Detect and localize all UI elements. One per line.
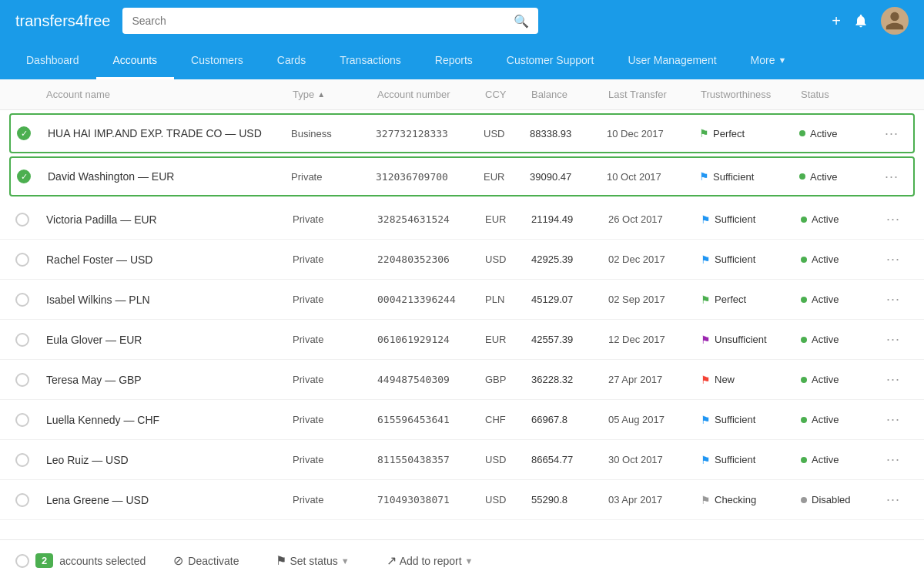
nav-item-dashboard[interactable]: Dashboard xyxy=(9,42,96,79)
row-checkbox[interactable] xyxy=(15,293,29,307)
account-balance: 88338.93 xyxy=(530,128,607,139)
account-balance: 42925.39 xyxy=(531,254,608,265)
nav-item-customers[interactable]: Customers xyxy=(174,42,260,79)
count-badge: 2 xyxy=(35,553,53,566)
account-last-transfer: 02 Dec 2017 xyxy=(608,254,701,265)
table-row[interactable]: ✓ HUA HAI IMP.AND EXP. TRADE CO — USD Bu… xyxy=(9,113,915,153)
row-checkbox[interactable]: ✓ xyxy=(17,170,31,183)
account-number: 811550438357 xyxy=(377,454,485,465)
notifications-button[interactable] xyxy=(853,13,869,29)
table-row[interactable]: Isabel Wilkins — PLN Private 00042133962… xyxy=(0,280,924,320)
row-checkbox[interactable]: ✓ xyxy=(17,126,31,140)
table-row[interactable]: Teresa May — GBP Private 449487540309 GB… xyxy=(0,360,924,400)
account-status: Active xyxy=(801,294,878,305)
status-label: Active xyxy=(810,128,837,139)
nav-item-accounts[interactable]: Accounts xyxy=(96,42,175,79)
row-checkbox[interactable] xyxy=(15,333,29,347)
add-button[interactable]: + xyxy=(832,12,841,30)
status-dot xyxy=(801,377,807,383)
status-dot xyxy=(801,417,807,423)
deactivate-icon: ⊘ xyxy=(173,553,183,566)
account-status: Active xyxy=(801,334,878,345)
status-label: Active xyxy=(810,171,837,183)
nav-item-transactions[interactable]: Transactions xyxy=(323,42,418,79)
account-trustworthiness: ⚑ Sufficient xyxy=(701,254,801,266)
row-more-button[interactable]: ··· xyxy=(878,211,909,227)
account-trustworthiness: ⚑ Checking xyxy=(701,494,801,506)
account-name: Eula Glover — EUR xyxy=(46,334,293,346)
selected-count: 2 accounts selected xyxy=(15,553,146,566)
row-more-button[interactable]: ··· xyxy=(878,251,909,267)
row-checkbox[interactable] xyxy=(15,413,29,427)
table-row[interactable]: Lena Greene — USD Private 710493038071 U… xyxy=(0,480,924,520)
account-last-transfer: 05 Aug 2017 xyxy=(608,414,701,425)
row-checkbox[interactable] xyxy=(15,213,29,227)
status-dot xyxy=(801,217,807,223)
add-to-report-button[interactable]: ↗ Add to report ▼ xyxy=(377,549,483,566)
table-row[interactable]: Leo Ruiz — USD Private 811550438357 USD … xyxy=(0,440,924,480)
account-name: Leo Ruiz — USD xyxy=(46,454,293,466)
logo: transfers4free xyxy=(15,12,110,30)
account-last-transfer: 03 Apr 2017 xyxy=(608,494,701,505)
account-type: Private xyxy=(293,334,377,345)
table-row[interactable]: Rachel Foster — USD Private 220480352306… xyxy=(0,240,924,280)
sort-arrow-type: ▲ xyxy=(317,90,325,99)
status-label: Active xyxy=(812,334,839,345)
account-status: Active xyxy=(801,254,878,265)
table-row[interactable]: Victoria Padilla — EUR Private 328254631… xyxy=(0,200,924,240)
col-last-transfer: Last Transfer xyxy=(608,89,701,100)
account-status: Active xyxy=(799,171,876,183)
account-type: Private xyxy=(293,294,377,305)
account-trustworthiness: ⚑ Perfect xyxy=(701,294,801,306)
nav-item-user-management[interactable]: User Management xyxy=(611,42,733,79)
status-dot xyxy=(801,297,807,303)
account-name: HUA HAI IMP.AND EXP. TRADE CO — USD xyxy=(48,127,291,139)
add-to-report-label: Add to report xyxy=(400,555,462,567)
row-checkbox[interactable] xyxy=(15,373,29,387)
account-status: Active xyxy=(801,374,878,385)
top-bar: transfers4free 🔍 + xyxy=(0,0,924,42)
account-balance: 66967.8 xyxy=(531,414,608,425)
col-status: Status xyxy=(801,89,878,100)
account-ccy: USD xyxy=(485,254,531,265)
row-more-button[interactable]: ··· xyxy=(876,126,907,142)
search-input[interactable] xyxy=(132,15,507,27)
row-more-button[interactable]: ··· xyxy=(878,492,909,508)
account-ccy: USD xyxy=(485,494,531,505)
col-type[interactable]: Type ▲ xyxy=(293,89,377,100)
table-row[interactable]: Eula Glover — EUR Private 061061929124 E… xyxy=(0,320,924,360)
row-more-button[interactable]: ··· xyxy=(878,371,909,388)
row-checkbox[interactable] xyxy=(15,253,29,267)
avatar[interactable] xyxy=(881,7,909,35)
nav-item-cards[interactable]: Cards xyxy=(260,42,323,79)
row-more-button[interactable]: ··· xyxy=(878,331,909,348)
col-actions xyxy=(878,89,909,100)
table-scroll-area[interactable]: ✓ HUA HAI IMP.AND EXP. TRADE CO — USD Bu… xyxy=(0,110,924,566)
row-more-button[interactable]: ··· xyxy=(878,452,909,468)
table-row[interactable]: ✓ David Washington — EUR Private 3120367… xyxy=(9,156,915,196)
account-balance: 36228.32 xyxy=(531,374,608,385)
account-name: Rachel Foster — USD xyxy=(46,254,293,266)
status-label: Active xyxy=(812,213,839,225)
trust-label: Sufficient xyxy=(715,454,755,465)
row-checkbox[interactable] xyxy=(15,453,29,467)
deactivate-button[interactable]: ⊘ Deactivate xyxy=(164,549,248,566)
row-more-button[interactable]: ··· xyxy=(878,291,909,307)
col-ccy: CCY xyxy=(485,89,531,100)
nav-item-more[interactable]: More ▼ xyxy=(734,42,804,79)
trust-flag-icon: ⚑ xyxy=(701,294,711,306)
table-row[interactable]: Luella Kennedy — CHF Private 61559645364… xyxy=(0,400,924,440)
set-status-button[interactable]: ⚑ Set status ▼ xyxy=(266,549,358,566)
row-more-button[interactable]: ··· xyxy=(878,411,909,428)
row-checkbox[interactable] xyxy=(15,493,29,507)
trust-label: Sufficient xyxy=(715,213,755,225)
account-trustworthiness: ⚑ Sufficient xyxy=(701,454,801,466)
nav-item-reports[interactable]: Reports xyxy=(418,42,490,79)
account-status: Disabled xyxy=(801,494,878,505)
account-type: Private xyxy=(293,414,377,425)
account-status: Active xyxy=(801,213,878,225)
nav-item-customer-support[interactable]: Customer Support xyxy=(490,42,611,79)
row-more-button[interactable]: ··· xyxy=(876,169,907,185)
set-status-dropdown-arrow: ▼ xyxy=(341,556,350,566)
bottom-checkbox[interactable] xyxy=(15,554,29,567)
